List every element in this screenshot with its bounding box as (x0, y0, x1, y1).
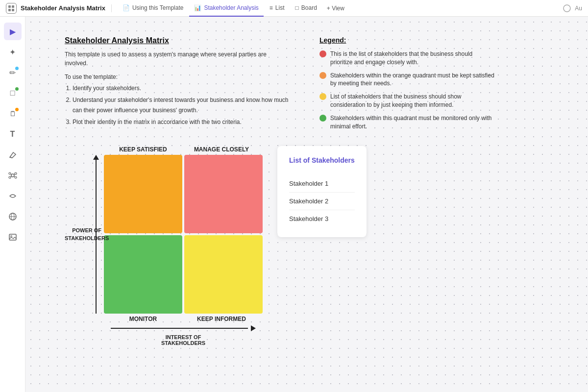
step-2: Understand your stakeholder's interest t… (73, 95, 290, 115)
y-axis-label: POWER OFSTAKEHOLDERS (65, 227, 109, 242)
app-logo (6, 3, 17, 14)
network-icon (8, 171, 17, 180)
tab-template[interactable]: 📄 Using this Template (118, 0, 189, 17)
svg-line-5 (10, 157, 12, 158)
legend-dot-orange (319, 72, 326, 79)
svg-rect-1 (12, 5, 14, 8)
y-axis-arrow (93, 155, 99, 314)
arrow-up-icon (93, 155, 99, 160)
pen-icon: ✏ (9, 68, 16, 77)
info-description: This template is used to assess a system… (65, 50, 290, 68)
legend-item-0: This is the list of stakeholders that th… (319, 50, 496, 67)
sidebar-item-network[interactable] (4, 167, 22, 184)
label-manage-closely: MANAGE CLOSELY (182, 146, 261, 153)
arrow-line-horizontal (111, 328, 248, 329)
tab-stakeholder[interactable]: 📊 Stakeholder Analysis (189, 0, 263, 17)
legend-title: Legend: (319, 36, 496, 44)
stakeholder-icon: 📊 (194, 4, 201, 11)
quadrant-keep-informed (184, 235, 263, 314)
matrix-labels-top: KEEP SATISFIED MANAGE CLOSELY (104, 146, 263, 153)
shape-dot (15, 87, 19, 91)
template-icon: 📄 (122, 4, 130, 11)
svg-rect-18 (9, 234, 16, 240)
legend-text-0: This is the list of stakeholders that th… (330, 50, 496, 67)
pen-dot (15, 67, 19, 70)
arrow-right-icon (251, 325, 256, 331)
eraser-icon (8, 150, 17, 159)
quadrant-keep-satisfied (104, 155, 182, 233)
svg-rect-3 (12, 9, 14, 11)
stakeholder-item-3[interactable]: Stakeholder 3 (289, 210, 355, 227)
add-view-button[interactable]: + View (323, 3, 348, 14)
matrix-y-axis: POWER OFSTAKEHOLDERS (65, 155, 104, 314)
sidebar-item-note[interactable]: 🗒 (4, 105, 22, 122)
x-axis-label-stakeholders: STAKEHOLDERS (161, 340, 205, 346)
header-divider (111, 4, 112, 12)
tab-list[interactable]: ≡ List (265, 0, 290, 17)
header: Stakeholder Analysis Matrix 📄 Using this… (0, 0, 588, 17)
stakeholders-list-card: List of Stakeholders Stakeholder 1 Stake… (277, 146, 367, 237)
svg-point-4 (564, 5, 570, 12)
legend-text-1: Stakeholders within the orange quadrant … (330, 72, 496, 88)
stakeholder-item-2[interactable]: Stakeholder 2 (289, 193, 355, 210)
info-steps-intro: To use the template: (65, 74, 290, 80)
image-icon (8, 233, 17, 242)
cursor-icon: ▶ (10, 27, 16, 36)
x-axis-row (111, 325, 256, 331)
sidebar-item-image[interactable] (4, 228, 22, 246)
matrix-x-axis: INTEREST OF STAKEHOLDERS (104, 325, 263, 346)
legend-dot-red (319, 50, 326, 57)
label-keep-informed: KEEP INFORMED (182, 316, 261, 322)
legend-item-1: Stakeholders within the orange quadrant … (319, 72, 496, 88)
matrix-container: KEEP SATISFIED MANAGE CLOSELY POWER OFST… (65, 146, 263, 346)
legend-dot-yellow (319, 93, 326, 100)
svg-point-6 (11, 174, 14, 177)
info-steps-list: Identify your stakeholders. Understand y… (65, 83, 290, 127)
header-tabs: 📄 Using this Template 📊 Stakeholder Anal… (118, 0, 559, 17)
info-right: Legend: This is the list of stakeholders… (319, 36, 496, 130)
app-title: Stakeholder Analysis Matrix (21, 4, 105, 12)
quadrant-manage-closely (184, 155, 263, 233)
globe-header-icon (563, 4, 571, 12)
svg-point-19 (10, 236, 12, 237)
info-section: Stakeholder Analysis Matrix This templat… (65, 36, 559, 130)
matrix-labels-bottom: MONITOR KEEP INFORMED (104, 316, 263, 322)
tab-board[interactable]: □ Board (291, 0, 322, 17)
sidebar-item-cursor[interactable]: ▶ (4, 23, 22, 40)
sidebar: ▶ ✦ ✏ □ 🗒 T (0, 17, 25, 392)
svg-rect-0 (8, 5, 11, 8)
stakeholder-item-1[interactable]: Stakeholder 1 (289, 175, 355, 193)
info-left: Stakeholder Analysis Matrix This templat… (65, 36, 290, 130)
step-1: Identify your stakeholders. (73, 83, 290, 93)
connect-icon (8, 192, 17, 200)
matrix-grid (104, 155, 263, 314)
step-3: Plot their identity in the matrix in acc… (73, 117, 290, 127)
sidebar-item-shape[interactable]: □ (4, 84, 22, 102)
label-keep-satisfied: KEEP SATISFIED (104, 146, 182, 153)
quadrant-monitor (104, 235, 182, 314)
sidebar-item-connect[interactable] (4, 187, 22, 205)
svg-rect-2 (8, 9, 11, 11)
legend-item-2: List of stakeholders that the business s… (319, 93, 496, 109)
board-icon: □ (295, 4, 299, 11)
arrow-line-vertical (96, 160, 97, 314)
label-monitor: MONITOR (104, 316, 182, 322)
content-area: Stakeholder Analysis Matrix This templat… (65, 36, 559, 346)
sidebar-item-globe[interactable] (4, 208, 22, 225)
note-dot (15, 108, 19, 111)
magic-icon: ✦ (9, 48, 16, 57)
shape-icon: □ (10, 89, 15, 98)
legend-item-3: Stakeholders within this quadrant must b… (319, 114, 496, 131)
legend-text-2: List of stakeholders that the business s… (330, 93, 496, 109)
sidebar-item-pen[interactable]: ✏ (4, 64, 22, 81)
list-icon: ≡ (270, 4, 273, 11)
main-content: Stakeholder Analysis Matrix This templat… (25, 17, 588, 392)
legend-dot-green (319, 115, 326, 122)
header-right: Au (563, 4, 582, 12)
matrix-section: KEEP SATISFIED MANAGE CLOSELY POWER OFST… (65, 146, 559, 346)
legend-text-3: Stakeholders within this quadrant must b… (330, 114, 496, 131)
sidebar-item-magic[interactable]: ✦ (4, 43, 22, 61)
sidebar-item-eraser[interactable] (4, 146, 22, 164)
sidebar-item-text[interactable]: T (4, 125, 22, 143)
matrix-body: POWER OFSTAKEHOLDERS (65, 155, 263, 314)
